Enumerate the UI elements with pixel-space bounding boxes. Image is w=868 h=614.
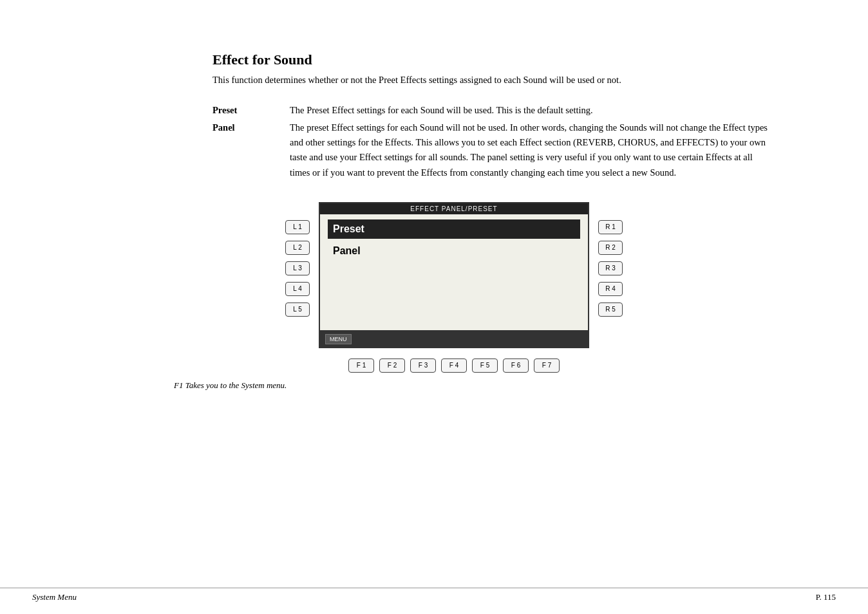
menu-button[interactable]: MENU [325,334,352,344]
right-buttons: R 1 R 2 R 3 R 4 R 5 [598,220,623,317]
page-footer: System Menu P. 115 [0,588,868,602]
left-btn-l5[interactable]: L 5 [285,302,310,317]
def-label-panel: Panel [212,120,290,135]
right-btn-r4[interactable]: R 4 [598,282,623,296]
lcd-screen: EFFECT PANEL/PRESET Preset Panel MENU [319,202,589,348]
definitions-section: Preset Panel The Preset Effect settings … [212,103,773,183]
lcd-wrapper: L 1 L 2 L 3 L 4 L 5 EFFECT PANEL/PRESET … [319,202,589,348]
fkey-f5[interactable]: F 5 [472,358,498,373]
left-btn-l4[interactable]: L 4 [285,282,310,296]
footer-right: P. 115 [816,592,836,602]
fkeys-row: F 1 F 2 F 3 F 4 F 5 F 6 F 7 [174,358,734,373]
fkey-f6[interactable]: F 6 [503,358,529,373]
def-desc-preset: The Preset Effect settings for each Soun… [290,103,773,118]
fkey-f4[interactable]: F 4 [441,358,467,373]
lcd-body: Preset Panel [320,214,588,330]
def-label-preset: Preset [212,103,290,118]
left-buttons: L 1 L 2 L 3 L 4 L 5 [285,220,310,317]
lcd-footer: MENU [320,330,588,347]
f1-note: F1 Takes you to the System menu. [174,380,734,391]
fkey-f7[interactable]: F 7 [534,358,560,373]
right-btn-r3[interactable]: R 3 [598,261,623,275]
def-labels: Preset Panel [212,103,290,183]
def-descriptions: The Preset Effect settings for each Soun… [290,103,773,183]
right-btn-r2[interactable]: R 2 [598,241,623,255]
lcd-item-preset[interactable]: Preset [328,219,580,239]
fkey-f3[interactable]: F 3 [410,358,436,373]
lcd-item-panel[interactable]: Panel [328,241,580,261]
right-btn-r1[interactable]: R 1 [598,220,623,234]
footer-left: System Menu [32,592,77,602]
fkey-f1[interactable]: F 1 [348,358,374,373]
page-title: Effect for Sound [212,51,773,68]
intro-text: This function determines whether or not … [212,73,773,88]
def-desc-panel: The preset Effect settings for each Soun… [290,120,773,180]
left-btn-l2[interactable]: L 2 [285,241,310,255]
left-btn-l1[interactable]: L 1 [285,220,310,234]
lcd-header: EFFECT PANEL/PRESET [320,203,588,214]
lcd-container: L 1 L 2 L 3 L 4 L 5 EFFECT PANEL/PRESET … [174,202,734,348]
right-btn-r5[interactable]: R 5 [598,302,623,317]
left-btn-l3[interactable]: L 3 [285,261,310,275]
fkey-f2[interactable]: F 2 [379,358,405,373]
